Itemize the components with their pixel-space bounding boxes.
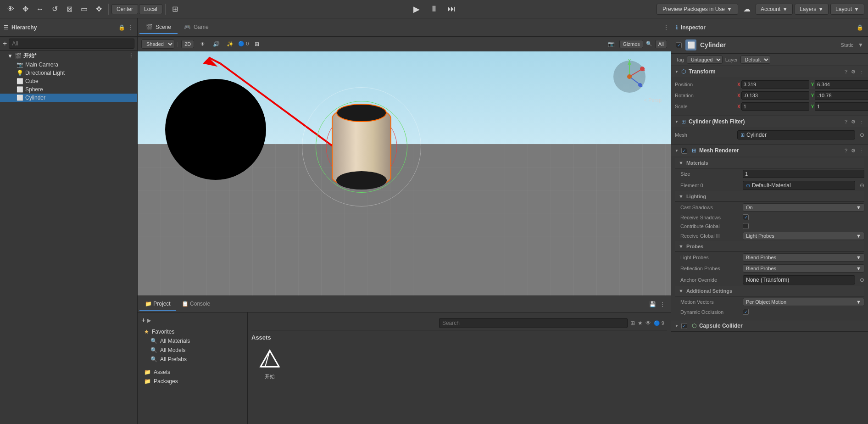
- more-bottom-icon[interactable]: ⋮: [660, 301, 665, 307]
- receive-global-select[interactable]: Light Probes ▼: [743, 232, 864, 240]
- mesh-filter-header[interactable]: ▼ ⊞ Cylinder (Mesh Filter) ? ⚙ ⋮: [671, 116, 868, 127]
- asset-kaishi[interactable]: 开始: [251, 345, 288, 384]
- assets-star-icon[interactable]: ★: [638, 320, 643, 326]
- scene-view[interactable]: X Y Z < Persp: [138, 51, 671, 296]
- collab-btn[interactable]: ☁: [740, 2, 754, 16]
- transform-header[interactable]: ▼ ⬡ Transform ? ⚙ ⋮: [671, 66, 868, 77]
- rot-x-input[interactable]: [741, 91, 809, 100]
- scene-tab-more[interactable]: ⋮: [663, 24, 669, 31]
- center-mode-btn[interactable]: Center: [111, 4, 138, 14]
- transform-settings-icon[interactable]: ⚙: [851, 69, 856, 75]
- hand-tool-btn[interactable]: ✥: [18, 2, 32, 16]
- scene-camera-btn[interactable]: 📷: [606, 39, 617, 50]
- all-materials-item[interactable]: 🔍 All Materials: [141, 336, 244, 346]
- play-btn[interactable]: ▶: [409, 2, 424, 17]
- capsule-collider-checkbox[interactable]: [681, 323, 687, 329]
- capsule-collider-header[interactable]: ▼ ⬡ Capsule Collider: [671, 320, 868, 331]
- anchor-select-icon[interactable]: ⊙: [860, 277, 864, 283]
- dynamic-occlusion-checkbox[interactable]: [743, 309, 749, 315]
- all-models-item[interactable]: 🔍 All Models: [141, 346, 244, 355]
- all-prefabs-item[interactable]: 🔍 All Prefabs: [141, 355, 244, 364]
- shading-dropdown[interactable]: Shaded: [141, 39, 174, 49]
- mesh-filter-settings-icon[interactable]: ⚙: [851, 119, 856, 125]
- console-tab[interactable]: 📋 Console: [176, 298, 216, 311]
- lock-inspector-icon[interactable]: 🔒: [857, 24, 863, 31]
- pause-btn[interactable]: ⏸: [427, 2, 441, 17]
- probes-foldout[interactable]: ▼ Probes: [675, 241, 864, 252]
- scale-x-input[interactable]: [741, 102, 809, 111]
- audio-btn[interactable]: 🔊: [211, 39, 222, 50]
- contribute-global-checkbox[interactable]: [743, 223, 749, 229]
- pos-y-input[interactable]: [815, 80, 868, 89]
- save-icon[interactable]: 💾: [649, 301, 656, 307]
- motion-vectors-select[interactable]: Per Object Motion ▼: [743, 298, 864, 306]
- rotate-tool-btn[interactable]: ↺: [48, 2, 61, 16]
- project-add-btn[interactable]: +: [141, 316, 145, 324]
- move-tool-btn[interactable]: ↔: [33, 2, 47, 16]
- mesh-ref[interactable]: ⊞ Cylinder: [737, 130, 855, 139]
- step-btn[interactable]: ⏭: [444, 2, 459, 17]
- anchor-override-ref[interactable]: None (Transform): [743, 275, 855, 285]
- mesh-select-icon[interactable]: ⊙: [860, 132, 864, 138]
- packages-folder-item[interactable]: 📁 Packages: [141, 377, 244, 386]
- hierarchy-item-cube[interactable]: ⬜ Cube: [0, 77, 137, 85]
- scene-gizmo[interactable]: X Y Z: [611, 58, 648, 95]
- layer-select[interactable]: Default: [740, 56, 770, 64]
- hierarchy-item-sphere[interactable]: ⬜ Sphere: [0, 85, 137, 94]
- element0-ref[interactable]: ⊙ Default-Material: [743, 181, 855, 190]
- transform-help-icon[interactable]: ?: [845, 69, 847, 75]
- transform-tool-btn[interactable]: ✥: [92, 2, 106, 16]
- mesh-renderer-checkbox[interactable]: [681, 148, 687, 154]
- account-btn[interactable]: Account ▼: [756, 4, 793, 15]
- scene-settings-btn[interactable]: ⊞: [251, 39, 262, 50]
- project-tab[interactable]: 📁 Project: [139, 298, 176, 311]
- mesh-renderer-settings-icon[interactable]: ⚙: [851, 148, 856, 154]
- assets-eye-icon[interactable]: 👁: [645, 320, 651, 326]
- assets-folder-item[interactable]: 📁 Assets: [141, 368, 244, 377]
- rot-y-input[interactable]: [815, 91, 868, 100]
- layout-btn[interactable]: Layout ▼: [830, 4, 864, 15]
- static-dropdown-icon[interactable]: ▼: [858, 42, 863, 48]
- layers-btn[interactable]: Layers ▼: [795, 4, 829, 15]
- hierarchy-search[interactable]: [9, 39, 134, 49]
- 2d-btn[interactable]: 2D: [181, 40, 194, 48]
- receive-shadows-checkbox[interactable]: [743, 214, 749, 220]
- gizmos-btn[interactable]: Gizmos: [619, 40, 643, 48]
- hierarchy-add-btn[interactable]: +: [3, 39, 7, 48]
- size-input[interactable]: [743, 170, 864, 178]
- scale-tool-btn[interactable]: ⊠: [62, 2, 76, 16]
- scene-root-item[interactable]: ▼ 🎬 开始* ⋮: [0, 51, 137, 61]
- preview-packages-btn[interactable]: Preview Packages in Use ▼: [657, 4, 738, 15]
- additional-settings-foldout[interactable]: ▼ Additional Settings: [675, 286, 864, 296]
- eye-tool-btn[interactable]: 👁: [4, 2, 17, 16]
- more-icon[interactable]: ⋮: [128, 24, 134, 31]
- mesh-renderer-more-icon[interactable]: ⋮: [859, 148, 864, 154]
- lights-btn[interactable]: ☀: [197, 39, 208, 50]
- hierarchy-item-light[interactable]: 💡 Directional Light: [0, 69, 137, 77]
- pos-x-input[interactable]: [741, 80, 809, 89]
- game-tab[interactable]: 🎮 Game: [178, 21, 215, 34]
- scene-more-icon[interactable]: ⋮: [128, 53, 134, 59]
- light-probes-select[interactable]: Blend Probes ▼: [743, 253, 864, 262]
- mesh-filter-help-icon[interactable]: ?: [845, 119, 847, 125]
- lock-icon[interactable]: 🔒: [118, 24, 125, 31]
- assets-search-input[interactable]: [439, 318, 628, 328]
- scene-tab[interactable]: 🎬 Scene: [139, 21, 178, 34]
- element0-select-icon[interactable]: ⊙: [860, 182, 864, 189]
- local-mode-btn[interactable]: Local: [139, 4, 162, 14]
- mesh-renderer-header[interactable]: ▼ ⊞ Mesh Renderer ? ⚙ ⋮: [671, 145, 868, 156]
- fx-btn[interactable]: ✨: [224, 39, 235, 50]
- favorites-section[interactable]: ★ Favorites: [141, 327, 244, 336]
- hierarchy-item-cylinder[interactable]: ⬜ Cylinder: [0, 94, 137, 102]
- transform-more-icon[interactable]: ⋮: [859, 69, 864, 75]
- lighting-foldout[interactable]: ▼ Lighting: [675, 191, 864, 202]
- scale-y-input[interactable]: [815, 102, 868, 111]
- rect-tool-btn[interactable]: ▭: [77, 2, 91, 16]
- all-btn[interactable]: All: [655, 40, 667, 48]
- grid-btn[interactable]: ⊞: [168, 2, 182, 16]
- materials-foldout[interactable]: ▼ Materials: [675, 158, 864, 168]
- obj-active-checkbox[interactable]: [676, 42, 682, 48]
- tag-select[interactable]: Untagged: [687, 56, 723, 64]
- hierarchy-item-camera[interactable]: 📷 Main Camera: [0, 61, 137, 69]
- mesh-filter-more-icon[interactable]: ⋮: [859, 119, 864, 125]
